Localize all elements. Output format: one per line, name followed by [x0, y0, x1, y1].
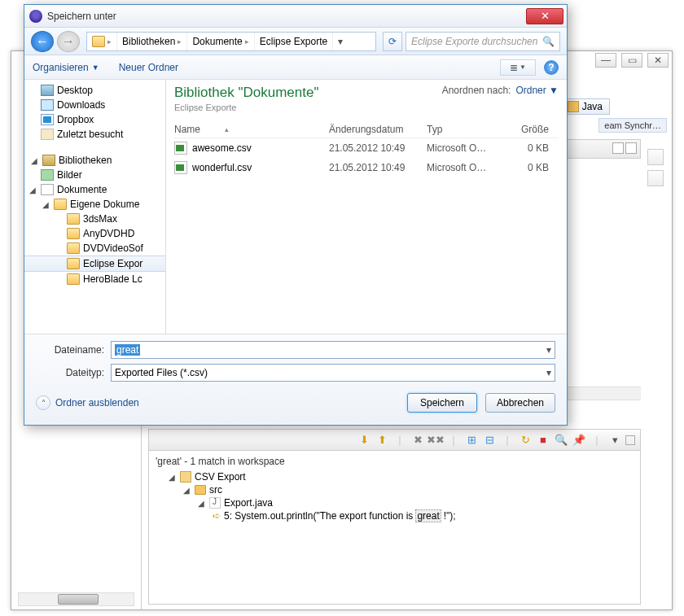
- crumb-1[interactable]: Dokumente: [192, 36, 242, 47]
- chevron-down-icon[interactable]: ▾: [546, 367, 551, 378]
- col-date[interactable]: Änderungsdatum: [329, 124, 427, 135]
- column-headers: Name▴ Änderungsdatum Typ Größe: [174, 124, 559, 138]
- col-size[interactable]: Größe: [500, 124, 549, 135]
- save-as-dialog: Speichern unter ✕ ← → ▸ Bibliotheken▸ Do…: [24, 4, 568, 426]
- tree-folder-selected[interactable]: Eclipse Expor: [24, 256, 165, 272]
- tree-own-docs[interactable]: ◢Eigene Dokume: [24, 197, 165, 212]
- address-dropdown[interactable]: ▾: [333, 36, 348, 47]
- file-row[interactable]: wonderful.csv 21.05.2012 10:49 Microsoft…: [174, 158, 559, 177]
- task-view-icon[interactable]: [647, 170, 664, 186]
- dialog-close-button[interactable]: ✕: [526, 8, 563, 24]
- tree-libraries[interactable]: ◢Bibliotheken: [24, 153, 165, 168]
- maximize-button[interactable]: ▭: [621, 53, 642, 68]
- close-button[interactable]: ✕: [647, 53, 669, 68]
- recent-icon: [41, 129, 54, 140]
- file-name: awesome.csv: [192, 142, 252, 154]
- tree-downloads[interactable]: Downloads: [24, 98, 165, 112]
- view-menu-icon[interactable]: ▾: [607, 433, 622, 448]
- crumb-0[interactable]: Bibliotheken: [122, 36, 175, 47]
- minimize-icon[interactable]: [625, 435, 635, 445]
- pin-icon[interactable]: 📌: [572, 433, 586, 448]
- expand-icon: ◢: [31, 156, 39, 165]
- col-type[interactable]: Typ: [427, 124, 500, 135]
- sep: |: [392, 433, 407, 448]
- tree-documents[interactable]: ◢Dokumente: [24, 182, 165, 197]
- refresh-button[interactable]: ⟳: [383, 32, 402, 51]
- expand-icon: ◢: [198, 499, 206, 508]
- next-match-icon[interactable]: ⬇: [357, 433, 371, 448]
- file-row[interactable]: awesome.csv 21.05.2012 10:49 Microsoft O…: [174, 138, 559, 158]
- minimize-button[interactable]: —: [595, 53, 616, 68]
- desktop-icon: [41, 85, 54, 96]
- search-file-node[interactable]: ◢ Export.java: [154, 496, 635, 509]
- cancel-search-icon[interactable]: ■: [536, 433, 550, 448]
- tree-desktop[interactable]: Desktop: [24, 83, 165, 98]
- match-prefix: 5: System.out.println("The export functi…: [224, 510, 413, 522]
- save-button[interactable]: Speichern: [407, 393, 477, 413]
- maximize-view-icon[interactable]: [625, 142, 637, 154]
- crumb-2[interactable]: Eclipse Exporte: [260, 36, 327, 47]
- explorer-hscroll[interactable]: [18, 592, 134, 606]
- sep: |: [590, 433, 604, 448]
- history-icon[interactable]: 🔍: [554, 433, 568, 448]
- expand-icon: ◢: [169, 473, 177, 482]
- arrange-by-link[interactable]: Ordner ▼: [515, 85, 559, 96]
- chevron-down-icon[interactable]: ▾: [546, 344, 551, 356]
- outline-view-icon[interactable]: [647, 149, 664, 165]
- filetype-select[interactable]: Exported Files (*.csv) ▾: [111, 364, 555, 382]
- tree-recent[interactable]: Zuletzt besucht: [24, 127, 165, 142]
- cancel-button[interactable]: Abbrechen: [485, 393, 555, 413]
- expand-all-icon[interactable]: ⊞: [464, 433, 479, 448]
- tree-pictures[interactable]: Bilder: [24, 168, 165, 182]
- nav-forward-button[interactable]: →: [57, 31, 80, 52]
- filename-input[interactable]: great ▾: [111, 341, 555, 359]
- address-bar[interactable]: ▸ Bibliotheken▸ Dokumente▸ Eclipse Expor…: [86, 32, 376, 51]
- dialog-toolbar: Organisieren ▼ Neuer Ordner ≣ ▼ ?: [24, 55, 567, 80]
- eclipse-icon: [29, 10, 42, 23]
- new-folder-button[interactable]: Neuer Ordner: [119, 62, 178, 73]
- file-type: Microsoft O…: [427, 142, 500, 154]
- tree-folder[interactable]: 3dsMax: [24, 212, 165, 226]
- tree-folder[interactable]: HeroBlade Lc: [24, 272, 165, 286]
- project-icon: [180, 471, 191, 483]
- dialog-title: Speichern unter: [47, 11, 526, 22]
- nav-back-button[interactable]: ←: [31, 31, 54, 52]
- col-name[interactable]: Name▴: [174, 124, 329, 135]
- hide-folders-link[interactable]: ˄ Ordner ausblenden: [36, 395, 139, 410]
- folder-tree: Desktop Downloads Dropbox Zuletzt besuch…: [24, 80, 166, 334]
- help-button[interactable]: ?: [544, 60, 559, 75]
- collapse-all-icon[interactable]: ⊟: [482, 433, 497, 448]
- match-icon: ➪: [213, 510, 221, 522]
- tree-dropbox[interactable]: Dropbox: [24, 112, 165, 127]
- file-size: 0 KB: [500, 162, 549, 173]
- chevron-up-icon: ˄: [36, 395, 50, 410]
- search-project-node[interactable]: ◢ CSV Export: [154, 470, 635, 483]
- search-match-line[interactable]: ➪ 5: System.out.println("The export func…: [154, 509, 635, 522]
- library-subtitle: Eclipse Exporte: [174, 103, 318, 112]
- dialog-titlebar[interactable]: Speichern unter ✕: [24, 5, 567, 28]
- eclipse-window-controls: — ▭ ✕: [595, 53, 669, 68]
- run-again-icon[interactable]: ↻: [518, 433, 533, 448]
- search-src-node[interactable]: ◢ src: [154, 483, 635, 496]
- team-sync-tab[interactable]: eam Synchr…: [598, 118, 667, 133]
- search-box[interactable]: Eclipse Exporte durchsuchen 🔍: [406, 32, 560, 51]
- remove-match-icon[interactable]: ✖: [410, 433, 425, 448]
- view-mode-button[interactable]: ≣ ▼: [500, 59, 536, 76]
- remove-all-icon[interactable]: ✖✖: [428, 433, 443, 448]
- sep: |: [500, 433, 515, 448]
- sep: |: [446, 433, 461, 448]
- search-icon: 🔍: [542, 36, 555, 47]
- prev-match-icon[interactable]: ⬆: [375, 433, 389, 448]
- tree-folder[interactable]: DVDVideoSof: [24, 241, 165, 256]
- filename-value: great: [115, 344, 140, 356]
- documents-icon: [41, 184, 54, 195]
- library-icon: [42, 155, 55, 166]
- csv-icon: [174, 142, 187, 155]
- organize-button[interactable]: Organisieren ▼: [33, 62, 99, 73]
- match-highlight: great: [416, 510, 440, 522]
- minimize-view-icon[interactable]: [612, 142, 624, 154]
- chevron-icon: ▸: [107, 37, 112, 46]
- csv-icon: [174, 161, 187, 174]
- arrange-by: Anordnen nach: Ordner ▼: [442, 85, 559, 96]
- tree-folder[interactable]: AnyDVDHD: [24, 226, 165, 241]
